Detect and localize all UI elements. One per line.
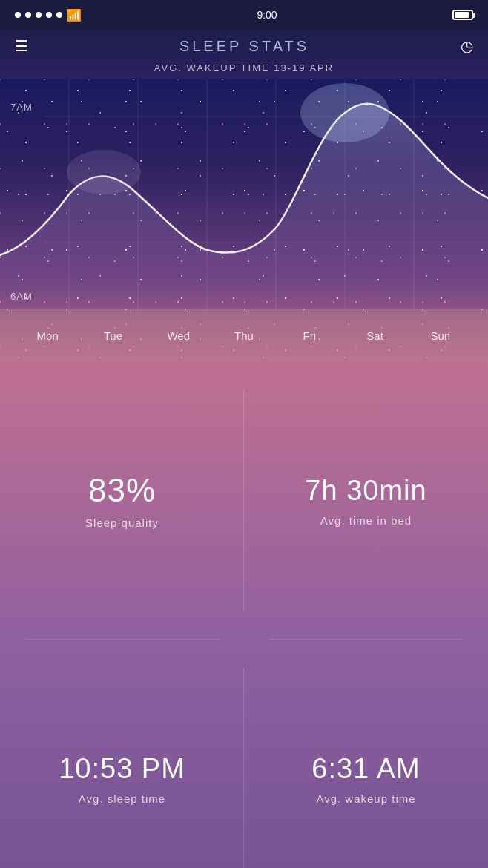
wakeup-chart: 7AM 6AM Mon Tue Wed Thu Fri Sat Sun [0,79,488,361]
day-fri: Fri [277,329,342,342]
page-title: SLEEP STATS [179,38,309,55]
day-labels: Mon Tue Wed Thu Fri Sat Sun [0,309,488,361]
app-header: ☰ SLEEP STATS ◷ AVG. WAKEUP TIME 13-19 A… [0,30,488,79]
header-row: ☰ SLEEP STATS ◷ [15,37,473,62]
signal-dot [46,12,52,18]
subtitle: AVG. WAKEUP TIME 13-19 APR [15,62,473,79]
day-tue: Tue [80,329,145,342]
day-thu: Thu [211,329,277,342]
battery-icon [452,10,473,20]
chart-label-7am: 7AM [10,102,33,113]
signal-dot [36,12,42,18]
menu-icon[interactable]: ☰ [15,37,28,55]
status-time: 9:00 [257,9,277,21]
signal-dot [15,12,21,18]
signal-dot [25,12,31,18]
day-mon: Mon [15,329,80,342]
wifi-icon: 📶 [67,8,82,22]
stat-time-in-bed: 7h 30min Avg. time in bed [244,361,488,640]
alarm-icon[interactable]: ◷ [461,37,473,55]
wave-chart [0,79,488,309]
time-in-bed-label: Avg. time in bed [320,514,412,527]
wakeup-time-label: Avg. wakeup time [316,792,415,805]
sleep-time-label: Avg. sleep time [79,792,165,805]
signal-dot [56,12,62,18]
battery-fill [455,12,469,18]
day-wed: Wed [146,329,211,342]
stat-sleep-quality: 83% Sleep quality [0,361,244,640]
sleep-quality-label: Sleep quality [85,516,159,529]
stat-sleep-time: 10:53 PM Avg. sleep time [0,640,244,868]
day-sun: Sun [408,329,473,342]
sleep-quality-value: 83% [88,472,156,509]
status-bar: 📶 9:00 [0,0,488,30]
signal-area: 📶 [15,8,82,22]
stats-grid: 83% Sleep quality 7h 30min Avg. time in … [0,361,488,868]
time-in-bed-value: 7h 30min [305,475,426,507]
svg-point-8 [300,83,389,142]
stat-wakeup-time: 6:31 AM Avg. wakeup time [244,640,488,868]
wakeup-time-value: 6:31 AM [311,753,420,785]
sleep-time-value: 10:53 PM [59,753,185,785]
chart-label-6am: 6AM [10,291,33,302]
day-sat: Sat [342,329,407,342]
svg-point-9 [67,150,141,194]
